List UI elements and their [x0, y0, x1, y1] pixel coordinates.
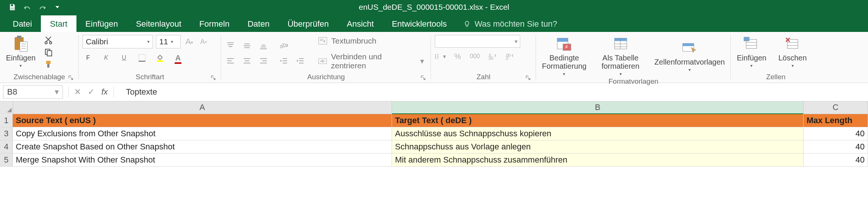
- cell[interactable]: 40: [804, 140, 868, 154]
- save-icon[interactable]: [8, 3, 16, 11]
- decrease-font-icon[interactable]: A▾: [198, 37, 209, 47]
- row-header[interactable]: 3: [0, 127, 13, 140]
- svg-rect-56: [614, 38, 627, 41]
- dialog-launcher-icon[interactable]: [525, 75, 531, 80]
- conditional-formatting-button[interactable]: ≠ Bedingte Formatierung ▾: [540, 35, 589, 77]
- decrease-decimal-icon[interactable]: .00.0: [504, 51, 515, 61]
- table-format-icon: [612, 36, 629, 52]
- tab-formulas[interactable]: Formeln: [190, 15, 239, 32]
- accept-formula-icon[interactable]: ✓: [84, 87, 98, 97]
- name-box[interactable]: B8 ▾: [3, 85, 63, 99]
- format-as-table-button[interactable]: Als Tabelle formatieren ▾: [599, 35, 642, 77]
- tell-me-search[interactable]: Was möchten Sie tun?: [456, 16, 565, 32]
- cell[interactable]: Create Snapshot Based on Other Snapshot: [13, 140, 392, 154]
- cell[interactable]: Target Text ( deDE ): [392, 114, 804, 127]
- tab-data[interactable]: Daten: [238, 15, 278, 32]
- increase-indent-icon[interactable]: [295, 56, 306, 66]
- fill-color-icon[interactable]: [154, 53, 166, 63]
- wrap-text-button[interactable]: ab Textumbruch: [315, 35, 427, 47]
- group-label-styles: Formatvorlagen: [608, 77, 658, 85]
- accounting-format-icon[interactable]: ⁅⁆▾: [435, 51, 446, 61]
- column-header-C[interactable]: C: [804, 101, 868, 114]
- cancel-formula-icon[interactable]: ✕: [71, 87, 84, 97]
- format-painter-icon[interactable]: [43, 59, 54, 69]
- insert-cells-button[interactable]: Einfügen ▾: [735, 35, 769, 69]
- tab-pagelayout[interactable]: Seitenlayout: [127, 15, 190, 32]
- cell[interactable]: Copy Exclusions from Other Snapshot: [13, 127, 392, 140]
- select-all-corner[interactable]: [0, 101, 13, 114]
- formula-input[interactable]: Toptexte: [116, 87, 868, 97]
- tab-review[interactable]: Überprüfen: [278, 15, 338, 32]
- align-middle-icon[interactable]: [241, 41, 253, 51]
- redo-icon[interactable]: [38, 3, 46, 11]
- svg-rect-15: [139, 54, 145, 61]
- chevron-down-icon: ▾: [19, 63, 22, 68]
- window-title: enUS_deDE_S_000015-00001.xlsx - Excel: [359, 3, 509, 12]
- dialog-launcher-icon[interactable]: [421, 75, 426, 80]
- tab-insert[interactable]: Einfügen: [76, 15, 127, 32]
- cell[interactable]: Mit anderem Schnappschuss zusammenführen: [392, 154, 804, 167]
- tell-me-label: Was möchten Sie tun?: [474, 19, 557, 29]
- tab-home[interactable]: Start: [41, 15, 76, 32]
- number-format-combo[interactable]: ▾: [435, 35, 520, 48]
- group-cells: Einfügen ▾ Löschen ▾ Zellen: [731, 32, 821, 83]
- spreadsheet-grid[interactable]: A B C 1 Source Text ( enUS ) Target Text…: [0, 101, 868, 167]
- row-header[interactable]: 5: [0, 154, 13, 167]
- italic-button[interactable]: K: [100, 53, 112, 63]
- decrease-indent-icon[interactable]: [278, 56, 289, 66]
- paste-button[interactable]: Einfügen ▾: [4, 35, 38, 69]
- merge-center-button[interactable]: Verbinden und zentrieren ▾: [315, 51, 427, 72]
- cell[interactable]: Ausschlüsse aus Schnappschuss kopieren: [392, 127, 804, 140]
- svg-rect-4: [17, 36, 21, 39]
- svg-rect-65: [744, 37, 749, 41]
- row-header[interactable]: 4: [0, 140, 13, 154]
- cut-icon[interactable]: [43, 35, 54, 45]
- orientation-icon[interactable]: ab: [278, 41, 289, 51]
- tab-developer[interactable]: Entwicklertools: [383, 15, 456, 32]
- title-bar: enUS_deDE_S_000015-00001.xlsx - Excel: [0, 0, 868, 14]
- column-header-B[interactable]: B: [392, 101, 804, 114]
- svg-rect-45: [319, 59, 326, 64]
- copy-icon[interactable]: [43, 47, 54, 57]
- paste-icon: [12, 36, 29, 52]
- quick-access-toolbar: [0, 3, 61, 11]
- align-right-icon[interactable]: [258, 56, 269, 66]
- align-bottom-icon[interactable]: [258, 41, 269, 51]
- percent-icon[interactable]: %: [452, 51, 463, 61]
- cell-styles-icon: [681, 40, 698, 56]
- cell[interactable]: Schnappschuss aus Vorlage anlegen: [392, 140, 804, 154]
- ribbon-tabstrip: Datei Start Einfügen Seitenlayout Formel…: [0, 14, 868, 32]
- align-top-icon[interactable]: [225, 41, 236, 51]
- cell[interactable]: 40: [804, 127, 868, 140]
- align-center-icon[interactable]: [241, 56, 253, 66]
- bold-button[interactable]: F: [82, 53, 94, 63]
- font-name-combo[interactable]: Calibri ▾: [82, 35, 153, 48]
- font-name-value: Calibri: [86, 37, 108, 46]
- cell[interactable]: Source Text ( enUS ): [13, 114, 392, 127]
- cell[interactable]: 40: [804, 154, 868, 167]
- delete-cells-button[interactable]: Löschen ▾: [776, 35, 809, 69]
- cond-format-label: Bedingte Formatierung: [542, 54, 587, 70]
- comma-style-icon[interactable]: 000: [469, 51, 480, 61]
- svg-text:ab: ab: [320, 38, 323, 42]
- font-size-combo[interactable]: 11 ▾: [156, 35, 181, 48]
- increase-font-icon[interactable]: A▴: [184, 37, 195, 47]
- align-left-icon[interactable]: [225, 56, 236, 66]
- dialog-launcher-icon[interactable]: [211, 75, 216, 80]
- chevron-down-icon: ▾: [147, 39, 150, 44]
- cell[interactable]: Max Length: [804, 114, 868, 127]
- cell-styles-button[interactable]: Zellenformatvorlagen ▾: [652, 39, 727, 73]
- border-icon[interactable]: [136, 53, 148, 63]
- tab-view[interactable]: Ansicht: [338, 15, 383, 32]
- increase-decimal-icon[interactable]: .0.00: [486, 51, 498, 61]
- row-header[interactable]: 1: [0, 114, 13, 127]
- dialog-launcher-icon[interactable]: [68, 75, 73, 80]
- font-color-icon[interactable]: A: [172, 53, 184, 63]
- qat-customize-icon[interactable]: [53, 3, 61, 11]
- underline-button[interactable]: U: [118, 53, 130, 63]
- cell[interactable]: Merge Snapshot With Other Snapshot: [13, 154, 392, 167]
- undo-icon[interactable]: [23, 3, 31, 11]
- tab-file[interactable]: Datei: [4, 15, 41, 32]
- column-header-A[interactable]: A: [13, 101, 392, 114]
- insert-function-icon[interactable]: fx: [98, 87, 111, 97]
